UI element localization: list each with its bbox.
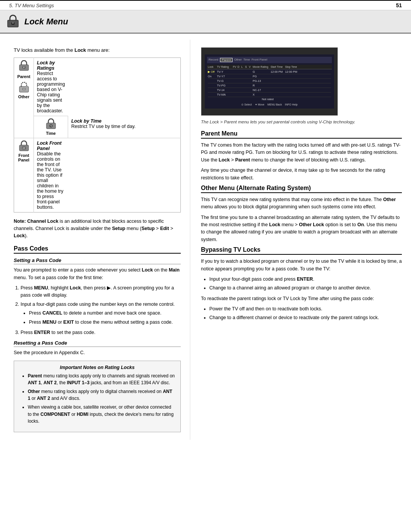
pass-codes-section-title: Pass Codes	[14, 245, 181, 254]
left-column: TV locks available from the Lock menu ar…	[0, 40, 190, 440]
resetting-pass-code-text: See the procedure in Appendix C.	[14, 349, 181, 356]
frontpanel-lock-description: Lock Front Panel Disable the controls on…	[34, 138, 68, 212]
important-note-2: Other menu rating locks apply only to di…	[28, 388, 175, 402]
tv-ui: Record Parent Other Time Front Panel Loc…	[205, 54, 334, 109]
tab-other: Other	[234, 58, 242, 62]
lock-menu-title: Lock Menu	[24, 17, 68, 27]
setting-pass-code-title: Setting a Pass Code	[14, 257, 181, 264]
tv-bottom-bar: ⊙ Select ✦ Move MENU Back INFO Help	[207, 103, 332, 106]
note-text: Channel Lock is an additional lock that …	[14, 219, 173, 238]
tab-parent: Parent	[220, 58, 233, 62]
parent-other-icons: P Parent O O	[14, 58, 34, 138]
tv-col-starttime: Start Time	[271, 66, 284, 68]
tv-col-s: S	[245, 66, 248, 68]
bypassing-text2: To reactivate the parent ratings lock or…	[201, 295, 402, 302]
page-number: 51	[396, 2, 402, 8]
parent-label: Parent	[17, 74, 30, 79]
frontpanel-lock-icon: FP	[19, 141, 29, 151]
tv-col-d: D	[237, 66, 241, 68]
time-lock-description: Lock by Time Restrict TV use by time of …	[68, 116, 181, 138]
parent-menu-title: Parent Menu	[201, 130, 402, 139]
step-2-bullet-1: Press CANCEL to delete a number and move…	[29, 310, 181, 317]
parent-menu-text1: The TV comes from the factory with the r…	[201, 142, 402, 164]
time-icon-cell: Time	[34, 116, 68, 138]
tv-col-stoptime: Stop Time	[285, 66, 299, 68]
important-note-1: Parent menu rating locks apply only to c…	[28, 372, 175, 387]
bypassing-bullets2: Power the TV off and then on to reactiva…	[201, 305, 402, 322]
lock-front-panel-title: Lock Front Panel	[37, 141, 65, 151]
tv-footer-move: ✦ Move	[255, 103, 264, 106]
bypassing-title: Bypassing TV Locks	[201, 246, 402, 255]
other-label: Other	[17, 94, 30, 99]
important-notes-list: Parent menu rating locks apply only to c…	[19, 372, 175, 425]
tv-col-fv: FV	[233, 66, 237, 68]
svg-text:FP: FP	[22, 147, 25, 149]
tv-ui-tabs: Record Parent Other Time Front Panel	[207, 57, 332, 63]
tv-row-5: TV-14 NC-17	[208, 88, 331, 93]
svg-text:O: O	[23, 88, 25, 90]
lock-by-time-title: Lock by Time	[71, 118, 177, 124]
bypass-reactivate-1: Power the TV off and then on to reactiva…	[209, 305, 402, 313]
other-menu-text2: The first time you tune to a channel bro…	[201, 214, 402, 244]
other-menu-title: Other Menu (Alternate Rating System)	[201, 185, 402, 193]
note-box: Note: Channel Lock is an additional lock…	[14, 218, 181, 239]
pass-code-steps: Press MENU, highlight Lock, then press ▶…	[14, 284, 181, 336]
tv-col-l: L	[241, 66, 244, 68]
tab-time: Time	[243, 58, 250, 62]
tv-row-3: TV-G PG-13	[208, 79, 331, 83]
important-notes-title: Important Notes on Rating Locks	[19, 365, 175, 370]
tv-col-movierating: Movie Rating	[253, 66, 270, 68]
bypassing-bullets1: Input your four-digit pass code and pres…	[201, 276, 402, 292]
tv-col-lock: Lock	[208, 66, 216, 68]
lock-type-row-frontpanel: FP FrontPanel Lock Front Panel Disable t…	[14, 138, 181, 212]
tv-footer-help: INFO Help	[285, 103, 298, 106]
lock-types-table: P Parent O O	[14, 58, 181, 212]
bypass-reactivate-2: Change to a different channel or device …	[209, 314, 402, 321]
setting-pass-code-intro: You are prompted to enter a pass code wh…	[14, 267, 181, 281]
bypass-bullet-2: Change to a channel airing an allowed pr…	[209, 284, 402, 292]
tv-row-4: TV-PG R	[208, 83, 331, 88]
resetting-pass-code-title: Resetting a Pass Code	[14, 340, 181, 347]
tv-footer-select: ⊙ Select	[241, 103, 252, 106]
important-note-3: When viewing a cable box, satellite rece…	[28, 404, 175, 425]
tv-row-1: ▶ Off TV-Y G 12:00 PM 12:00 PM	[208, 70, 331, 74]
step-3: Press ENTER to set the pass code.	[21, 329, 181, 336]
other-menu-text1: This TV can recognize new rating systems…	[201, 196, 402, 211]
lock-type-row-time: Time Lock by Time Restrict TV use by tim…	[14, 116, 181, 138]
main-content: TV locks available from the Lock menu ar…	[0, 40, 411, 440]
bypassing-text1: If you try to watch a blocked program or…	[201, 258, 402, 273]
step-2-bullet-2: Press MENU or EXIT to close the menu wit…	[29, 319, 181, 326]
step-2: Input a four-digit pass code using the n…	[21, 301, 181, 326]
frontpanel-icon-cell: FP FrontPanel	[14, 138, 34, 212]
header-title: 5. TV Menu Settings	[9, 3, 54, 8]
time-label: Time	[37, 131, 65, 136]
tv-data-rows: ▶ Off TV-Y G 12:00 PM 12:00 PM On TV-Y7	[207, 69, 332, 102]
frontpanel-label: FrontPanel	[17, 153, 30, 162]
lock-icon-large	[6, 14, 20, 29]
note-label: Note:	[14, 219, 27, 224]
bypass-bullet-1: Input your four-digit pass code and pres…	[209, 276, 402, 283]
intro-text: TV locks available from the Lock menu ar…	[14, 47, 181, 53]
tv-row-6: TV-MA X	[208, 93, 331, 97]
tab-front-panel: Front Panel	[252, 58, 267, 62]
svg-text:P: P	[23, 66, 24, 69]
image-caption: The Lock > Parent menu lets you set pare…	[201, 119, 402, 125]
lock-menu-header: Lock Menu	[0, 10, 411, 34]
time-lock-icon	[46, 118, 56, 129]
tv-footer-back: MENU Back	[268, 103, 282, 106]
tv-row-2: On TV-Y7 PG	[208, 74, 331, 79]
parent-menu-text2: Any time you change the channel or devic…	[201, 167, 402, 182]
step-1: Press MENU, highlight Lock, then press ▶…	[21, 284, 181, 299]
parent-lock-description: Lock by Ratings Restrict access to progr…	[34, 58, 68, 116]
right-column: Record Parent Other Time Front Panel Loc…	[190, 40, 411, 440]
svg-point-2	[12, 22, 14, 24]
lock-type-row-parent: P Parent O O	[14, 58, 181, 116]
tv-row-7: Not rated	[208, 97, 331, 101]
tv-col-tvrating: TV Rating	[217, 66, 232, 68]
lock-by-ratings-title: Lock by Ratings	[37, 60, 65, 71]
important-notes-box: Important Notes on Rating Locks Parent m…	[14, 361, 181, 432]
page-header: 5. TV Menu Settings 51	[0, 0, 411, 10]
tv-col-v: V	[249, 66, 252, 68]
parent-lock-icon: P	[19, 60, 29, 71]
tv-screen-image: Record Parent Other Time Front Panel Loc…	[201, 47, 338, 116]
